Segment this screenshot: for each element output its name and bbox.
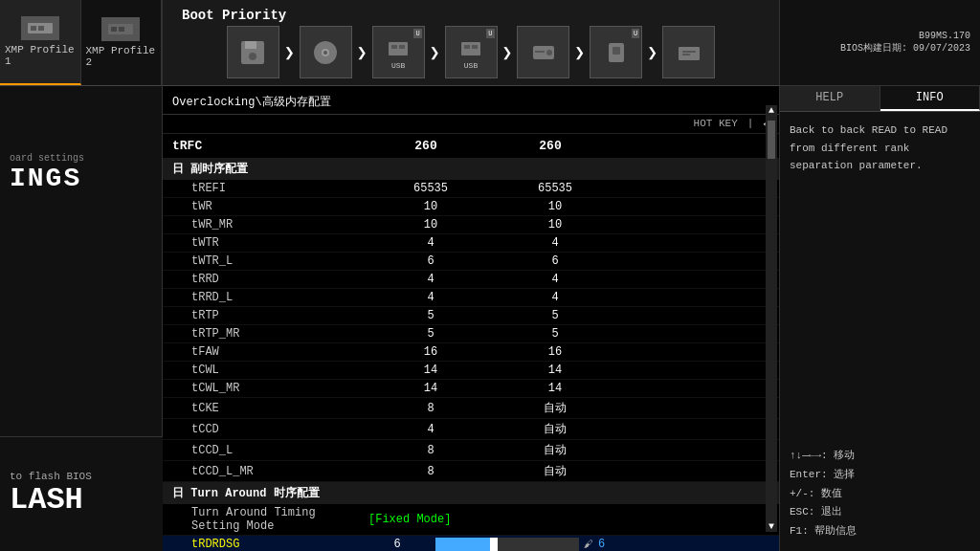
tab-help[interactable]: HELP xyxy=(780,86,880,111)
boot-device-usb1[interactable]: U USB xyxy=(372,26,425,78)
tfaw-val1: 16 xyxy=(368,345,493,359)
bios-version: B99MS.170 xyxy=(919,31,970,41)
param-row-trrd[interactable]: tRRD 4 4 xyxy=(163,271,779,289)
param-row-twr-mr[interactable]: tWR_MR 10 10 xyxy=(163,216,779,234)
trfc-name: tRFC xyxy=(172,139,364,153)
usb-badge-1: U xyxy=(413,29,421,38)
xmp-profile-1-icon xyxy=(21,16,59,40)
twr-name: tWR xyxy=(191,200,368,213)
param-row-trdrdsg[interactable]: tRDRDSG 6 🖌 6 xyxy=(163,536,779,551)
hotkey-label: HOT KEY xyxy=(694,118,738,130)
svg-rect-4 xyxy=(111,27,117,32)
usb-badge-2: U xyxy=(486,29,494,38)
flash-label: to flash BIOS xyxy=(10,471,92,482)
section-header-secondary: 日 副时序配置 xyxy=(163,158,779,180)
param-row-twr[interactable]: tWR 10 10 xyxy=(163,198,779,216)
boot-device-floppy[interactable] xyxy=(227,26,279,78)
svg-point-19 xyxy=(546,50,552,55)
trtpmr-val1: 5 xyxy=(368,327,493,341)
help-info-tabs: HELP INFO xyxy=(780,86,980,112)
twr-val1: 10 xyxy=(368,200,493,213)
param-row-trtp-mr[interactable]: tRTP_MR 5 5 xyxy=(163,325,779,343)
boot-devices: ❯ ❯ U USB ❯ U USB ❯ ❯ U ❯ xyxy=(227,26,715,78)
bios-date: BIOS构建日期: 09/07/2023 xyxy=(840,41,970,55)
key-guide-esc: ESC: 退出 xyxy=(790,503,970,522)
trrdl-val1: 4 xyxy=(368,291,493,304)
flash-big: LASH xyxy=(10,482,83,518)
key-guide-plusminus: +/-: 数值 xyxy=(790,485,970,504)
trdrdsg-val1: 6 xyxy=(368,538,426,551)
arrow-sep-6: ❯ xyxy=(647,42,657,63)
tccd-val2: 自动 xyxy=(493,421,617,437)
tfaw-val2: 16 xyxy=(493,345,617,359)
svg-rect-7 xyxy=(245,41,256,49)
param-row-twtr[interactable]: tWTR 4 4 xyxy=(163,234,779,253)
trrd-val2: 4 xyxy=(493,273,617,286)
main-content: Overclocking\高级内存配置 HOT KEY | ↩ tRFC 260… xyxy=(163,86,779,551)
slider-fill xyxy=(435,538,493,551)
param-row-tcwl[interactable]: tCWL 14 14 xyxy=(163,362,779,380)
svg-rect-1 xyxy=(31,26,36,31)
svg-rect-24 xyxy=(682,51,696,53)
key-guide: ↑↓—←→: 移动 Enter: 选择 +/-: 数值 ESC: 退出 F1: … xyxy=(780,447,980,541)
scroll-down-arrow[interactable]: ▼ xyxy=(768,521,774,532)
tccd-name: tCCD xyxy=(191,423,368,436)
xmp-profile-2-label: XMP Profile 2 xyxy=(86,45,157,68)
xmp-profile-1[interactable]: XMP Profile 1 xyxy=(0,0,81,85)
boot-device-usb-disk[interactable]: U xyxy=(590,26,642,78)
trtpmr-name: tRTP_MR xyxy=(191,327,368,341)
svg-rect-8 xyxy=(249,53,256,60)
boot-priority-label: Boot Priority xyxy=(182,8,286,23)
scroll-up-arrow[interactable]: ▲ xyxy=(768,105,774,116)
boot-device-network[interactable] xyxy=(662,26,715,78)
boot-device-hdd[interactable] xyxy=(517,26,569,78)
twrmr-name: tWR_MR xyxy=(191,218,368,231)
settings-big-label: INGS xyxy=(10,164,152,193)
param-row-trtp[interactable]: tRTP 5 5 xyxy=(163,307,779,325)
trfc-row[interactable]: tRFC 260 260 xyxy=(163,134,779,158)
xmp-profile-1-label: XMP Profile 1 xyxy=(5,44,76,67)
param-row-tfaw[interactable]: tFAW 16 16 xyxy=(163,343,779,362)
trrdl-name: tRRD_L xyxy=(191,291,368,304)
param-row-tccd[interactable]: tCCD 4 自动 xyxy=(163,419,779,440)
tccdl-val1: 8 xyxy=(368,444,493,457)
tcwl-val1: 14 xyxy=(368,364,493,377)
tccd-val1: 4 xyxy=(368,423,493,436)
tccdlmr-name: tCCD_L_MR xyxy=(191,465,368,478)
twrmr-val1: 10 xyxy=(368,218,493,231)
twtrl-name: tWTR_L xyxy=(191,254,368,268)
param-row-tcwl-mr[interactable]: tCWL_MR 14 14 xyxy=(163,380,779,398)
section-secondary-title: 日 副时序配置 xyxy=(172,163,248,176)
param-row-twtr-l[interactable]: tWTR_L 6 6 xyxy=(163,253,779,271)
param-row-tcke[interactable]: tCKE 8 自动 xyxy=(163,398,779,419)
trfc-val1: 260 xyxy=(364,139,488,153)
trdrdsg-slider[interactable] xyxy=(435,538,579,551)
trrd-name: tRRD xyxy=(191,273,368,286)
param-row-tccd-l[interactable]: tCCD_L 8 自动 xyxy=(163,440,779,461)
param-row-timing-mode[interactable]: Turn Around Timing Setting Mode [Fixed M… xyxy=(163,504,779,536)
param-row-trefi[interactable]: tREFI 65535 65535 xyxy=(163,180,779,198)
tab-info[interactable]: INFO xyxy=(880,86,981,111)
twtr-val2: 4 xyxy=(493,236,617,250)
xmp-profile-2[interactable]: XMP Profile 2 xyxy=(81,0,163,85)
hotkey-sep: | xyxy=(747,118,754,130)
twtr-val1: 4 xyxy=(368,236,493,250)
section-turnaround-title: 日 Turn Around 时序配置 xyxy=(172,487,320,500)
scroll-indicator: ▲ ▼ xyxy=(766,105,777,532)
slider-current-val: 6 xyxy=(598,538,605,551)
trtpmr-val2: 5 xyxy=(493,327,617,341)
scroll-thumb xyxy=(768,121,775,159)
svg-rect-20 xyxy=(535,51,545,53)
boot-device-disc[interactable] xyxy=(300,26,352,78)
help-content: Back to back READ to READ from different… xyxy=(780,112,980,185)
board-settings-label: oard settings xyxy=(10,153,152,164)
param-row-trrd-l[interactable]: tRRD_L 4 4 xyxy=(163,289,779,307)
help-text: Back to back READ to READ from different… xyxy=(790,121,970,175)
tccdlmr-val2: 自动 xyxy=(493,463,617,479)
boot-device-usb2[interactable]: U USB xyxy=(445,26,498,78)
breadcrumb: Overclocking\高级内存配置 xyxy=(163,86,779,115)
twtrl-val2: 6 xyxy=(493,254,617,268)
tcwlmr-val1: 14 xyxy=(368,382,493,395)
arrow-sep-2: ❯ xyxy=(357,42,368,63)
param-row-tccd-l-mr[interactable]: tCCD_L_MR 8 自动 xyxy=(163,461,779,482)
